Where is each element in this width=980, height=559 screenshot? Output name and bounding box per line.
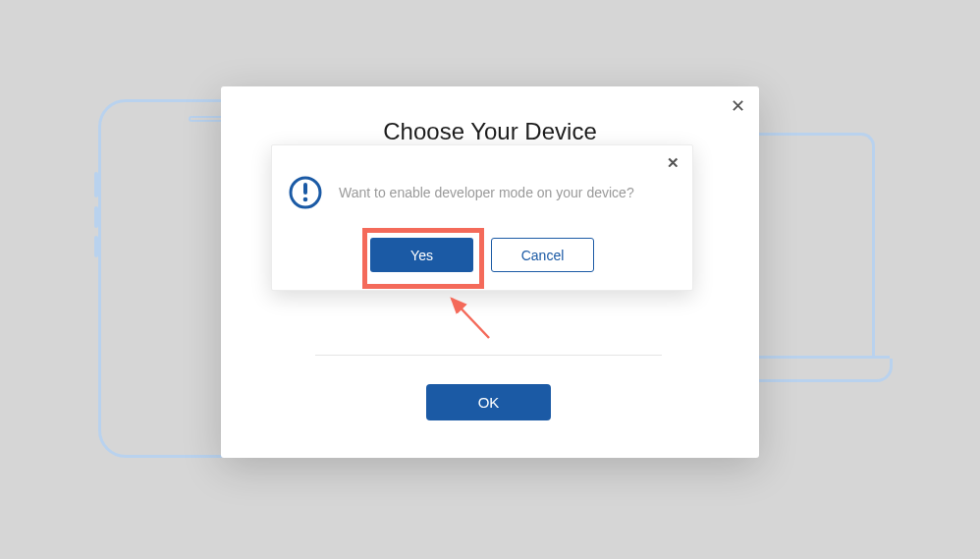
close-icon[interactable]: ✕ bbox=[661, 151, 684, 175]
phone-button-icon bbox=[94, 172, 98, 197]
phone-button-icon bbox=[94, 236, 98, 257]
confirm-dialog: ✕ Want to enable developer mode on your … bbox=[271, 144, 693, 291]
modal-title: Choose Your Device bbox=[221, 118, 759, 145]
cancel-button[interactable]: Cancel bbox=[491, 238, 594, 272]
divider bbox=[315, 355, 662, 356]
close-icon[interactable]: ✕ bbox=[724, 92, 751, 120]
confirm-buttons: Yes Cancel bbox=[272, 238, 692, 272]
ok-button[interactable]: OK bbox=[426, 384, 551, 420]
yes-button[interactable]: Yes bbox=[370, 238, 473, 272]
svg-point-2 bbox=[303, 197, 308, 202]
svg-rect-1 bbox=[303, 183, 307, 195]
exclamation-icon bbox=[288, 175, 323, 210]
phone-button-icon bbox=[94, 206, 98, 228]
confirm-message: Want to enable developer mode on your de… bbox=[339, 185, 634, 200]
